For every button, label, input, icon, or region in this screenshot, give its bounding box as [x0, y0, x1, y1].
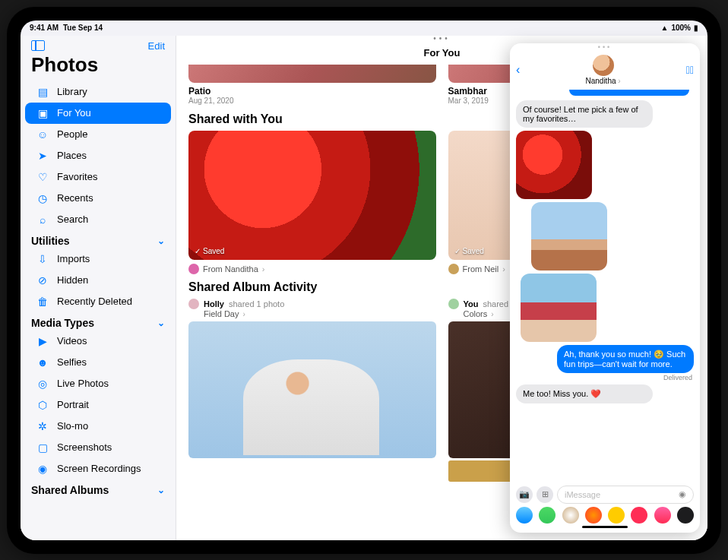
activity-name: Holly	[204, 299, 224, 308]
check-icon: ✓	[454, 247, 461, 255]
app-store-icon[interactable]	[516, 507, 533, 524]
sidebar-item-label: Slo-mo	[57, 420, 88, 432]
sidebar-item-hidden[interactable]: ⊘ Hidden	[25, 270, 171, 291]
trash-icon: 🗑	[36, 295, 49, 308]
chevron-right-icon: ›	[618, 77, 620, 85]
sidebar-item-slomo[interactable]: ✲ Slo-mo	[25, 416, 171, 437]
received-message[interactable]: Me too! Miss you. ❤️	[516, 384, 653, 403]
sidebar-item-screen-recordings[interactable]: ◉ Screen Recordings	[25, 458, 171, 479]
received-message[interactable]: Of course! Let me pick a few of my favor…	[516, 100, 653, 128]
saved-badge: ✓ Saved	[195, 247, 224, 255]
sidebar-item-search[interactable]: ⌕ Search	[25, 209, 171, 230]
selfie-icon: ☻	[36, 356, 49, 369]
app-icon[interactable]	[608, 507, 625, 524]
section-utilities[interactable]: Utilities ⌄	[21, 230, 176, 248]
chevron-down-icon: ⌄	[157, 236, 165, 246]
video-icon: ▶	[36, 334, 49, 348]
sent-bubble-tail	[569, 90, 689, 96]
app-digital-touch-icon[interactable]	[677, 507, 694, 524]
sidebar-item-favorites[interactable]: ♡ Favorites	[25, 166, 171, 188]
activity-name: You	[464, 299, 479, 308]
input-placeholder: iMessage	[565, 490, 600, 499]
message-input[interactable]: iMessage ◉	[557, 486, 694, 504]
app-strip	[516, 507, 694, 524]
contact-name[interactable]: Nanditha ›	[585, 77, 620, 85]
status-time: 9:41 AM	[30, 24, 59, 32]
sidebar-toggle-icon[interactable]	[31, 40, 45, 51]
import-icon: ⇩	[36, 252, 49, 266]
foryou-icon: ▣	[36, 106, 49, 120]
places-icon: ➤	[36, 149, 49, 163]
portrait-icon: ⬡	[36, 398, 49, 412]
delivered-label: Delivered	[516, 374, 692, 381]
activity-album: Field Day	[204, 309, 239, 318]
message-stream[interactable]: Of course! Let me pick a few of my favor…	[510, 87, 700, 482]
edit-button[interactable]: Edit	[148, 40, 165, 52]
mic-icon[interactable]: ◉	[679, 489, 686, 499]
sidebar-item-videos[interactable]: ▶ Videos	[25, 331, 171, 352]
sidebar-item-screenshots[interactable]: ▢ Screenshots	[25, 437, 171, 458]
activity-rest: shared 1 photo	[229, 299, 284, 308]
saved-label: Saved	[203, 247, 224, 255]
ipad-frame: 9:41 AM Tue Sep 14 ▲ 100% ▮ Edit Photos …	[7, 7, 721, 554]
avatar	[448, 264, 459, 274]
from-label: From Nanditha	[203, 264, 258, 274]
sidebar-item-places[interactable]: ➤ Places	[25, 145, 171, 166]
heart-icon: ♡	[36, 170, 49, 184]
home-indicator[interactable]	[582, 526, 628, 528]
app-title: Photos	[21, 53, 176, 81]
section-shared-albums[interactable]: Shared Albums ⌄	[21, 479, 176, 498]
camera-icon[interactable]: 📷	[516, 486, 533, 503]
app-photos-icon[interactable]	[539, 507, 555, 524]
avatar	[188, 299, 199, 309]
shared-card[interactable]: ✓ Saved From Nanditha ›	[188, 131, 436, 274]
slideover-dots: •••	[510, 43, 700, 51]
sidebar-item-label: Favorites	[57, 171, 97, 182]
ipad-screen: 9:41 AM Tue Sep 14 ▲ 100% ▮ Edit Photos …	[21, 21, 707, 540]
sidebar-item-live-photos[interactable]: ◎ Live Photos	[25, 373, 171, 394]
app-music-icon[interactable]	[654, 507, 671, 524]
sidebar-item-library[interactable]: ▤ Library	[25, 81, 171, 103]
shared-thumb-peppers: ✓ Saved	[188, 131, 436, 260]
chevron-right-icon: ›	[262, 264, 265, 274]
sidebar-item-selfies[interactable]: ☻ Selfies	[25, 352, 171, 373]
app-icon[interactable]	[631, 507, 647, 524]
app-stickers-icon[interactable]	[585, 507, 602, 524]
contact-avatar[interactable]	[593, 55, 614, 76]
memory-card-patio[interactable]: Patio Aug 21, 2020	[188, 65, 436, 105]
message-photo[interactable]	[531, 202, 607, 271]
sidebar-item-label: Screen Recordings	[57, 463, 141, 474]
sidebar-item-foryou[interactable]: ▣ For You	[25, 103, 171, 124]
appstore-icon[interactable]: ⊞	[537, 486, 553, 503]
sidebar-item-portrait[interactable]: ⬡ Portrait	[25, 394, 171, 416]
sidebar-item-recents[interactable]: ◷ Recents	[25, 188, 171, 209]
memory-date: Aug 21, 2020	[188, 96, 436, 105]
app-memoji-icon[interactable]	[562, 507, 579, 524]
from-label: From Neil	[463, 264, 499, 274]
message-photo[interactable]	[521, 274, 597, 342]
live-icon: ◎	[36, 377, 49, 391]
avatar	[188, 264, 199, 274]
section-title-label: Utilities	[31, 235, 70, 247]
sidebar-item-label: Recently Deleted	[57, 296, 132, 307]
sidebar-item-label: Search	[57, 214, 88, 225]
message-photo[interactable]	[516, 131, 592, 199]
clock-icon: ◷	[36, 191, 49, 205]
sidebar-item-people[interactable]: ☺ People	[25, 124, 171, 145]
video-call-icon[interactable]: ▢⃞	[686, 64, 694, 76]
screenshot-icon: ▢	[36, 441, 49, 454]
sidebar-item-recently-deleted[interactable]: 🗑 Recently Deleted	[25, 291, 171, 312]
saved-label: Saved	[463, 247, 484, 255]
activity-card[interactable]: Holly shared 1 photo Field Day ›	[188, 299, 436, 482]
activity-album: Colors	[464, 309, 488, 318]
sent-message[interactable]: Ah, thank you so much! 🥹 Such fun trips—…	[557, 345, 694, 373]
section-media-types[interactable]: Media Types ⌄	[21, 312, 176, 331]
sidebar-item-label: Videos	[57, 335, 87, 346]
status-bar: 9:41 AM Tue Sep 14 ▲ 100% ▮	[21, 21, 707, 36]
sidebar-item-label: Hidden	[57, 274, 88, 286]
sidebar-item-imports[interactable]: ⇩ Imports	[25, 248, 171, 270]
chevron-down-icon: ⌄	[157, 485, 165, 495]
back-button[interactable]: ‹	[516, 63, 520, 77]
section-title-label: Media Types	[31, 317, 94, 329]
wifi-icon: ▲	[661, 24, 669, 32]
